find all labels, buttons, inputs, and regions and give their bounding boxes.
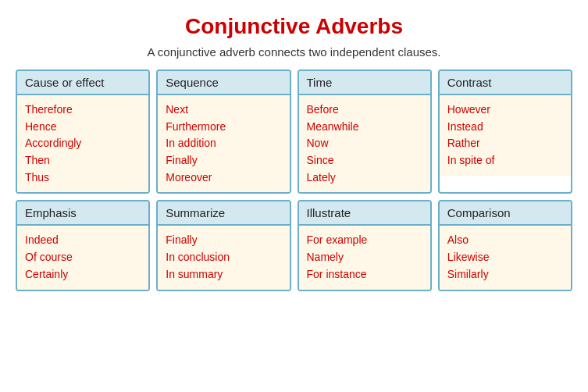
card-2-item-3: Since [307,152,422,169]
card-7: ComparisonAlsoLikewiseSimilarly [438,200,572,290]
card-3-item-1: Instead [447,119,563,136]
card-6-item-1: Namely [307,249,422,266]
card-header-7: Comparison [440,201,571,226]
card-7-item-1: Likewise [447,249,563,266]
card-2-item-4: Lately [307,169,422,187]
card-body-7: AlsoLikewiseSimilarly [440,226,571,289]
card-body-2: BeforeMeanwhileNowSinceLately [299,95,430,192]
card-3-item-2: Rather [447,135,563,152]
card-header-6: Illustrate [299,201,430,226]
card-2-item-0: Before [307,102,422,119]
card-1-item-3: Finally [166,152,281,169]
card-header-1: Sequence [158,71,289,95]
card-4-item-1: Of course [25,249,141,266]
card-2: TimeBeforeMeanwhileNowSinceLately [298,69,432,194]
card-4-item-2: Certainly [25,266,141,283]
card-1: SequenceNextFurthermoreIn additionFinall… [156,69,290,194]
card-0-item-1: Hence [25,119,141,136]
card-grid: Cause or effectThereforeHenceAccordingly… [16,69,572,291]
card-6-item-0: For example [307,232,422,249]
card-3-item-0: However [447,102,563,119]
card-body-0: ThereforeHenceAccordinglyThenThus [17,95,148,192]
card-2-item-2: Now [307,135,422,152]
card-1-item-0: Next [166,102,281,119]
card-body-5: FinallyIn conclusionIn summary [158,226,289,289]
card-7-item-2: Similarly [447,266,563,283]
card-header-4: Emphasis [17,201,148,226]
card-5-item-0: Finally [166,232,281,249]
card-3: ContrastHoweverInsteadRatherIn spite of [438,69,572,194]
card-0-item-3: Then [25,152,141,169]
card-body-1: NextFurthermoreIn additionFinallyMoreove… [158,95,289,192]
card-1-item-4: Moreover [166,169,281,187]
card-6-item-2: For instance [307,266,422,283]
card-body-3: HoweverInsteadRatherIn spite of [440,95,571,176]
card-5-item-2: In summary [166,266,281,283]
card-5-item-1: In conclusion [166,249,281,266]
card-4-item-0: Indeed [25,232,141,249]
card-header-2: Time [299,71,430,95]
card-7-item-0: Also [447,232,563,249]
card-0: Cause or effectThereforeHenceAccordingly… [16,69,150,194]
card-1-item-2: In addition [166,135,281,152]
card-0-item-2: Accordingly [25,135,141,152]
card-4: EmphasisIndeedOf courseCertainly [16,200,150,290]
card-5: SummarizeFinallyIn conclusionIn summary [156,200,290,290]
card-header-0: Cause or effect [17,71,148,95]
card-0-item-0: Therefore [25,102,141,119]
card-1-item-1: Furthermore [166,119,281,136]
card-header-3: Contrast [440,71,571,95]
card-header-5: Summarize [158,201,289,226]
subtitle: A conjunctive adverb connects two indepe… [147,45,440,59]
card-body-4: IndeedOf courseCertainly [17,226,148,289]
card-body-6: For exampleNamelyFor instance [299,226,430,289]
main-title: Conjunctive Adverbs [185,14,403,39]
card-2-item-1: Meanwhile [307,119,422,136]
card-3-item-3: In spite of [447,152,563,169]
card-0-item-4: Thus [25,169,141,187]
card-6: IllustrateFor exampleNamelyFor instance [298,200,432,290]
